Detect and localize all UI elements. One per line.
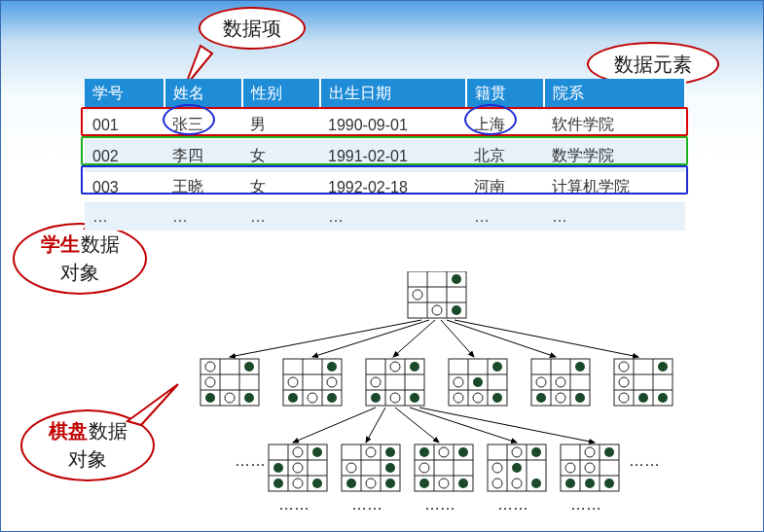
svg-point-130	[512, 463, 522, 473]
svg-line-10	[312, 320, 429, 357]
cell-name: 张三	[164, 110, 242, 141]
cell-gender: 男	[242, 110, 320, 141]
svg-point-57	[473, 393, 483, 403]
cell-ellipsis: …	[164, 203, 242, 231]
svg-point-119	[419, 479, 429, 488]
svg-point-56	[454, 393, 463, 403]
table-row: 001 张三 男 1990-09-01 上海 软件学院	[85, 110, 685, 141]
svg-point-21	[205, 362, 215, 372]
svg-point-8	[452, 305, 461, 315]
svg-point-32	[288, 377, 298, 387]
svg-point-36	[327, 393, 337, 403]
ellipsis-icon: ……	[235, 452, 266, 469]
svg-point-116	[439, 447, 449, 457]
svg-point-47	[410, 393, 419, 403]
cell-native: 北京	[466, 141, 544, 172]
callout-data-element-label: 数据元素	[614, 52, 692, 78]
svg-point-142	[585, 463, 595, 473]
th-dept: 院系	[544, 79, 685, 110]
svg-point-55	[473, 377, 483, 387]
svg-line-12	[441, 320, 474, 357]
svg-point-64	[575, 362, 585, 372]
svg-line-81	[293, 408, 376, 443]
text-data: 数据	[81, 231, 120, 258]
ellipsis-icon: ……	[424, 496, 455, 513]
keyword-student: 学生	[41, 231, 80, 258]
svg-point-133	[531, 479, 541, 488]
svg-point-95	[273, 479, 283, 488]
cell-sno: 001	[85, 110, 164, 141]
svg-line-11	[393, 320, 435, 357]
ellipsis-icon: ……	[351, 496, 382, 513]
svg-line-82	[366, 408, 385, 443]
svg-point-34	[288, 393, 298, 403]
svg-point-120	[439, 479, 449, 488]
svg-point-46	[390, 393, 400, 403]
cell-dob: 1990-09-01	[320, 110, 466, 141]
svg-point-44	[371, 377, 381, 387]
svg-point-145	[604, 479, 614, 488]
svg-point-103	[366, 447, 376, 457]
svg-point-93	[273, 463, 283, 473]
svg-line-84	[410, 408, 517, 443]
svg-point-31	[327, 362, 337, 372]
svg-line-14	[455, 320, 638, 357]
svg-point-22	[205, 377, 215, 387]
svg-point-24	[225, 393, 235, 403]
callout-student-data-object: 学生 数据 对象	[13, 223, 147, 295]
cell-sno: 002	[85, 141, 164, 172]
th-dob: 出生日期	[320, 79, 466, 110]
cell-ellipsis: …	[544, 203, 685, 231]
cell-ellipsis: …	[242, 203, 320, 231]
svg-point-105	[346, 463, 356, 473]
svg-point-65	[536, 377, 546, 387]
cell-name: 王晓	[164, 172, 242, 203]
svg-line-13	[447, 320, 556, 357]
svg-point-6	[413, 290, 422, 300]
svg-point-67	[536, 393, 546, 403]
cell-gender: 女	[242, 141, 320, 172]
table-row: 003 王晓 女 1992-02-18 河南 计算机学院	[85, 172, 685, 203]
board-root	[408, 271, 466, 318]
svg-point-132	[512, 479, 522, 488]
svg-point-127	[512, 447, 522, 457]
th-sno: 学号	[85, 79, 164, 110]
svg-point-42	[390, 362, 400, 372]
svg-point-77	[619, 377, 629, 387]
svg-point-109	[385, 479, 395, 488]
svg-point-117	[458, 447, 468, 457]
svg-point-79	[658, 393, 668, 403]
svg-line-9	[230, 320, 421, 357]
svg-point-129	[492, 463, 502, 473]
board-level1	[200, 359, 673, 406]
callout-data-item: 数据项	[199, 7, 306, 50]
svg-point-97	[312, 479, 322, 488]
cell-sno: 003	[85, 172, 164, 203]
svg-point-5	[452, 274, 461, 284]
svg-point-107	[346, 479, 356, 488]
svg-point-143	[565, 479, 575, 488]
svg-point-25	[244, 393, 254, 403]
student-table-wrap: 学号 姓名 性别 出生日期 籍贯 院系 001 张三 男 1990-09-01 …	[85, 79, 686, 231]
svg-point-78	[638, 393, 648, 403]
svg-point-33	[327, 377, 337, 387]
callout-board-data-object: 棋盘 数据 对象	[20, 409, 155, 481]
th-name: 姓名	[164, 79, 242, 110]
cell-name: 李四	[164, 141, 242, 172]
cell-gender: 女	[242, 172, 320, 203]
student-table: 学号 姓名 性别 出生日期 籍贯 院系 001 张三 男 1990-09-01 …	[85, 79, 686, 231]
svg-point-53	[492, 362, 502, 372]
ellipsis-icon: ……	[278, 496, 309, 513]
board-level2	[269, 444, 619, 491]
cell-ellipsis: …	[466, 203, 544, 231]
th-native: 籍贯	[466, 79, 544, 110]
svg-point-108	[366, 479, 376, 488]
svg-point-104	[385, 447, 395, 457]
th-gender: 性别	[242, 79, 320, 110]
table-header-row: 学号 姓名 性别 出生日期 籍贯 院系	[85, 79, 685, 110]
table-row-ellipsis: … … … … … …	[85, 203, 685, 231]
svg-point-96	[293, 479, 303, 488]
cell-native: 上海	[466, 110, 544, 141]
callout-data-item-label: 数据项	[223, 16, 281, 42]
svg-point-69	[575, 393, 585, 403]
